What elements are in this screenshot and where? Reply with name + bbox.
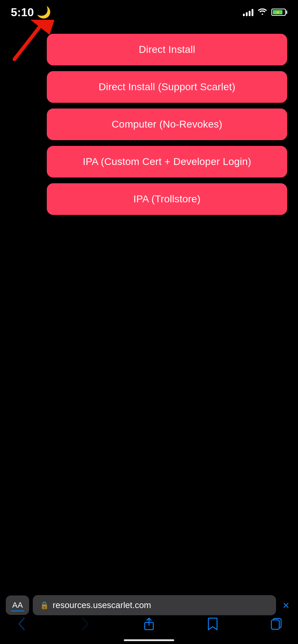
battery-icon: ⚡ bbox=[271, 9, 287, 16]
status-right-icons: ⚡ bbox=[243, 8, 287, 17]
moon-icon: 🌙 bbox=[37, 5, 51, 19]
signal-bar-2 bbox=[246, 12, 248, 16]
signal-bar-4 bbox=[252, 9, 253, 16]
safari-nav bbox=[0, 611, 298, 640]
signal-bar-3 bbox=[249, 11, 250, 16]
wifi-icon bbox=[258, 8, 267, 17]
back-button[interactable] bbox=[11, 615, 32, 633]
forward-button[interactable] bbox=[74, 615, 96, 633]
time-display: 5:10 bbox=[11, 6, 34, 19]
status-bar: 5:10 🌙 ⚡ bbox=[0, 0, 298, 19]
signal-icon bbox=[243, 8, 253, 16]
computer-no-revokes-button[interactable]: Computer (No-Revokes) bbox=[47, 109, 287, 140]
direct-install-support-button[interactable]: Direct Install (Support Scarlet) bbox=[47, 71, 287, 103]
main-content: Direct Install Direct Install (Support S… bbox=[0, 19, 298, 215]
svg-rect-4 bbox=[271, 620, 279, 629]
buttons-container: Direct Install Direct Install (Support S… bbox=[11, 34, 287, 215]
signal-bar-1 bbox=[243, 14, 245, 16]
home-indicator bbox=[124, 639, 174, 641]
bookmarks-button[interactable] bbox=[202, 615, 224, 633]
share-button[interactable] bbox=[138, 615, 160, 633]
status-time-container: 5:10 🌙 bbox=[11, 5, 51, 19]
url-text: resources.usescarlet.com bbox=[53, 600, 151, 610]
ipa-custom-cert-button[interactable]: IPA (Custom Cert + Developer Login) bbox=[47, 146, 287, 178]
tabs-button[interactable] bbox=[266, 615, 287, 633]
ipa-trollstore-button[interactable]: IPA (Trollstore) bbox=[47, 183, 287, 215]
lock-icon: 🔒 bbox=[40, 601, 49, 610]
direct-install-button[interactable]: Direct Install bbox=[47, 34, 287, 65]
